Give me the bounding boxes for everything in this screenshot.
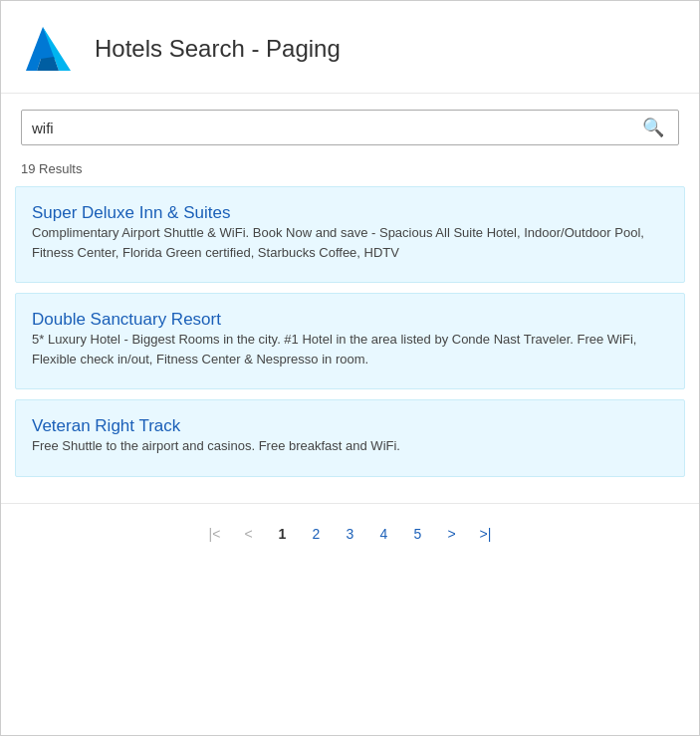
app-header: Hotels Search - Paging <box>1 1 699 94</box>
pagination-page-5[interactable]: 5 <box>406 522 430 546</box>
search-button[interactable]: 🔍 <box>638 117 668 138</box>
result-title[interactable]: Double Sanctuary Resort <box>32 310 221 329</box>
search-box: 🔍 <box>21 110 679 145</box>
pagination-page-1[interactable]: 1 <box>271 522 295 546</box>
pagination-last[interactable]: >| <box>474 522 498 546</box>
search-area: 🔍 <box>1 94 699 153</box>
pagination-prev[interactable]: < <box>237 522 261 546</box>
pagination-page-4[interactable]: 4 <box>372 522 396 546</box>
result-card: Veteran Right TrackFree Shuttle to the a… <box>15 399 685 477</box>
pagination: |< < 1 2 3 4 5 > >| <box>1 503 699 558</box>
pagination-first[interactable]: |< <box>203 522 227 546</box>
results-list: Super Deluxe Inn & SuitesComplimentary A… <box>1 180 699 493</box>
result-title[interactable]: Super Deluxe Inn & Suites <box>32 203 230 222</box>
result-card: Super Deluxe Inn & SuitesComplimentary A… <box>15 186 685 283</box>
search-input[interactable] <box>32 120 638 136</box>
result-card: Double Sanctuary Resort5* Luxury Hotel -… <box>15 293 685 389</box>
page-title: Hotels Search - Paging <box>95 35 341 63</box>
result-description: Complimentary Airport Shuttle & WiFi. Bo… <box>32 223 668 262</box>
result-description: Free Shuttle to the airport and casinos.… <box>32 436 668 456</box>
result-description: 5* Luxury Hotel - Biggest Rooms in the c… <box>32 330 668 368</box>
result-title[interactable]: Veteran Right Track <box>32 416 180 435</box>
pagination-page-2[interactable]: 2 <box>305 522 329 546</box>
pagination-page-3[interactable]: 3 <box>339 522 362 546</box>
pagination-next[interactable]: > <box>440 522 464 546</box>
results-count: 19 Results <box>1 153 699 180</box>
app-logo <box>21 19 81 79</box>
